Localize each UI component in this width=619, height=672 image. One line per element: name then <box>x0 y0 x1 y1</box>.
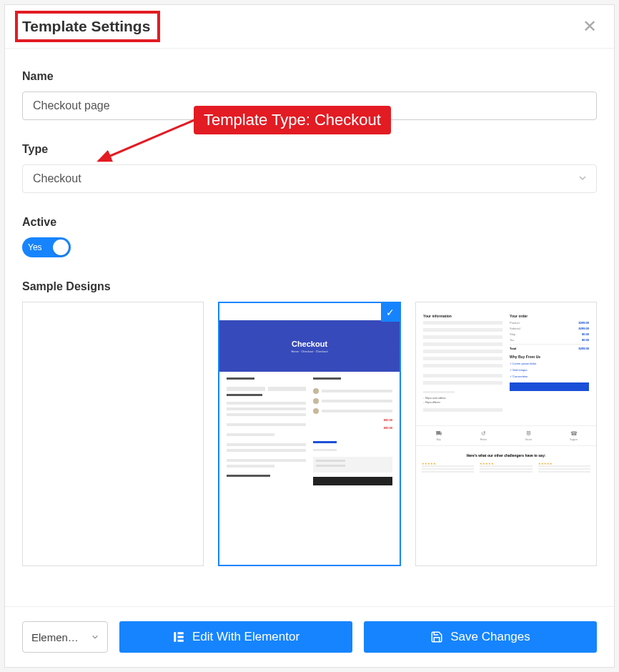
thumb3-testimonial-heading: Here's what our other challengers have t… <box>416 453 596 458</box>
thumb-order-heading: ORDER DETAILS <box>313 377 341 380</box>
type-select-wrap: Checkout <box>22 164 597 193</box>
designs-row: ✓ Checkout Home · Checkout · Checkout BI… <box>22 302 597 566</box>
active-label: Active <box>22 216 597 229</box>
svg-rect-2 <box>177 632 183 634</box>
thumb3-info-heading: Your information <box>423 314 502 318</box>
designs-label: Sample Designs <box>22 280 597 293</box>
design-card-checkout-2[interactable]: Your information <box>415 302 597 566</box>
thumb3-trust-icons: ⛟Ship ↺Return ⛨Secure ☎Support <box>416 425 596 446</box>
active-toggle[interactable]: Yes <box>22 237 71 257</box>
thumb-billing-heading: BILLING DETAILS <box>227 377 254 380</box>
svg-rect-3 <box>177 636 183 638</box>
edit-button-label: Edit With Elementor <box>192 630 299 644</box>
modal-body: Name Type Checkout <box>5 49 614 606</box>
designs-field: Sample Designs ✓ Checkout Home · Checkou… <box>22 280 597 566</box>
type-select[interactable]: Checkout <box>22 164 597 193</box>
type-label: Type <box>22 143 597 156</box>
check-icon: ✓ <box>381 303 400 322</box>
name-input[interactable] <box>22 92 597 120</box>
type-select-value: Checkout <box>33 172 81 184</box>
elementor-icon <box>172 631 185 643</box>
toggle-knob <box>53 239 69 255</box>
title-highlight-box: Template Settings <box>15 11 160 42</box>
type-field: Type Checkout <box>22 143 597 193</box>
active-field: Active Yes <box>22 216 597 257</box>
close-icon[interactable]: ✕ <box>583 18 597 35</box>
modal-header: Template Settings ✕ <box>5 5 614 48</box>
builder-select-value: Elemen… <box>31 631 79 643</box>
edit-with-elementor-button[interactable]: Edit With Elementor <box>119 621 352 653</box>
builder-select[interactable]: Elemen… <box>22 621 108 653</box>
save-button-label: Save Changes <box>450 630 530 644</box>
toggle-yes-label: Yes <box>28 242 42 252</box>
thumb3-place-order-btn <box>510 382 589 391</box>
save-changes-button[interactable]: Save Changes <box>364 621 597 653</box>
name-field: Name <box>22 70 597 120</box>
thumb-place-order-btn <box>313 477 392 485</box>
svg-rect-4 <box>177 640 183 642</box>
thumb3-why-heading: Why Buy From Us <box>510 355 589 359</box>
modal-footer: Elemen… Edit With Elementor Save Changes <box>5 606 614 667</box>
thumb-hero-title: Checkout <box>292 340 327 348</box>
thumb-body: BILLING DETAILS <box>219 372 400 491</box>
design-card-blank[interactable] <box>22 302 204 566</box>
thumb3-order-heading: Your order <box>510 314 589 318</box>
design-card-checkout-1[interactable]: ✓ Checkout Home · Checkout · Checkout BI… <box>218 302 401 566</box>
chevron-down-icon <box>91 633 99 641</box>
thumb3-body: Your information <box>416 302 596 423</box>
svg-rect-1 <box>174 632 176 642</box>
modal-title: Template Settings <box>22 18 150 34</box>
thumb3-testimonials: ★★★★★ ★★★★★ ★★★★★ <box>416 462 596 474</box>
thumb-hero-sub: Home · Checkout · Checkout <box>291 350 327 353</box>
template-settings-modal: Template Settings ✕ Name Type Checkout <box>4 4 615 668</box>
save-icon <box>430 631 443 643</box>
thumb-hero: Checkout Home · Checkout · Checkout <box>219 320 400 372</box>
name-label: Name <box>22 70 597 83</box>
